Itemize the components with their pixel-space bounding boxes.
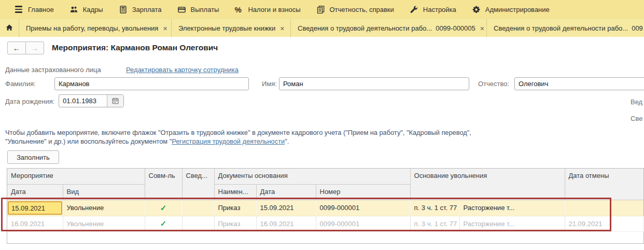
page-title: Мероприятия: Карманов Роман Олегович (52, 43, 218, 52)
column-header-combo[interactable]: Совм-ль (145, 169, 182, 200)
app-window: Главное Кадры Зарплата Выплаты % Налоги … (0, 0, 644, 250)
cell-basis-text[interactable]: Расторжение т... (459, 200, 565, 216)
table-row[interactable]: 16.09.2021 Увольнение ✓ Приказ 16.09.202… (7, 216, 643, 231)
cell-event-date[interactable]: 15.09.2021 (7, 200, 63, 216)
menu-item-label: Главное (28, 6, 54, 13)
firstname-input[interactable] (279, 77, 469, 90)
tab-priemy-na-rabotu[interactable]: Приемы на работу, переводы, увольнения × (19, 19, 172, 37)
menu-item-label: Выплаты (191, 6, 219, 13)
middlename-input[interactable] (514, 77, 644, 90)
tab-doc-number: 009 (632, 24, 643, 32)
birthdate-field (59, 94, 124, 107)
people-icon (69, 5, 78, 14)
column-header-info[interactable]: Свед... (182, 169, 214, 200)
report-icon (316, 5, 325, 14)
table-row[interactable]: 15.09.2021 Увольнение ✓ Приказ 15.09.202… (7, 200, 643, 216)
wrench-icon (410, 5, 418, 14)
tab-svedeniya-1[interactable]: Сведения о трудовой деятельности рабо...… (291, 19, 487, 37)
cell-basis-article[interactable]: п. 3 ч. 1 ст. 77 (410, 216, 459, 231)
menu-item-nalogi[interactable]: % Налоги и взносы (227, 0, 308, 19)
right-cut-label-2: Све (631, 115, 644, 122)
menu-item-label: Настройка (423, 6, 456, 13)
cell-cancel-date[interactable]: 21.09.2021 (565, 216, 643, 231)
menu-item-nastroika[interactable]: Настройка (402, 0, 464, 19)
home-icon (5, 23, 13, 33)
firstname-label: Имя: (262, 80, 277, 88)
birthdate-label: Дата рождения: (5, 98, 54, 105)
cell-event-date[interactable]: 16.09.2021 (7, 216, 63, 231)
tab-elektronnye-trudovye[interactable]: Электронные трудовые книжки × (172, 19, 291, 37)
cell-info[interactable] (182, 200, 214, 216)
menu-item-label: Администрирование (485, 6, 550, 13)
lastname-label: Фамилия: (5, 80, 36, 88)
menu-item-zarplata[interactable]: Зарплата (111, 0, 170, 19)
cell-basis-text[interactable]: Расторжение т... (459, 216, 565, 231)
cell-cancel-date[interactable] (565, 200, 643, 216)
insured-person-section-label: Данные застрахованного лица (5, 66, 101, 74)
tab-label: Сведения о трудовой деятельности рабо... (298, 24, 432, 32)
tab-label: Приемы на работу, переводы, увольнения (26, 24, 158, 32)
column-subheader-event-date[interactable]: Дата (7, 184, 63, 200)
gear-icon (472, 5, 481, 14)
calculator-icon (119, 5, 128, 14)
cell-event-kind[interactable]: Увольнение (63, 200, 145, 216)
menu-item-otchetnost[interactable]: Отчетность, справки (309, 0, 402, 19)
close-icon[interactable]: × (280, 24, 284, 33)
close-icon[interactable]: × (480, 24, 484, 33)
cell-combo[interactable]: ✓ (145, 200, 182, 216)
menu-item-label: Кадры (83, 6, 103, 13)
main-menu: Главное Кадры Зарплата Выплаты % Налоги … (0, 0, 644, 19)
tab-bar: Приемы на работу, переводы, увольнения ×… (0, 19, 644, 37)
menu-item-label: Отчетность, справки (330, 6, 394, 13)
tab-home[interactable] (0, 19, 19, 37)
cell-event-kind[interactable]: Увольнение (63, 216, 145, 231)
birthdate-input[interactable] (59, 95, 107, 107)
middlename-label: Отчество: (478, 80, 509, 88)
fill-button[interactable]: Заполнить (7, 150, 59, 164)
cell-doc-name[interactable]: Приказ (214, 200, 256, 216)
hint-text: Чтобы добавить мероприятие, включите фла… (5, 128, 524, 146)
menu-item-kadry[interactable]: Кадры (62, 0, 111, 19)
column-header-basis-docs[interactable]: Документы основания (214, 169, 410, 184)
hamburger-icon (14, 6, 23, 13)
back-button[interactable]: ← (7, 41, 26, 54)
forward-button[interactable]: → (25, 41, 44, 54)
cell-info[interactable] (182, 216, 214, 231)
menu-item-label: Зарплата (132, 6, 162, 13)
column-header-cancel-date[interactable]: Дата отмены (565, 169, 643, 200)
menu-item-label: Налоги и взносы (248, 6, 300, 13)
column-subheader-doc-number[interactable]: Номер (316, 184, 410, 200)
tab-label: Сведения о трудовой деятельности рабо... (494, 24, 628, 32)
events-table: Мероприятие Совм-ль Свед... Документы ос… (7, 168, 644, 244)
column-subheader-doc-date[interactable]: Дата (256, 184, 316, 200)
column-subheader-doc-name[interactable]: Наимен... (214, 184, 256, 200)
lastname-input[interactable] (54, 77, 249, 90)
close-icon[interactable]: × (163, 24, 167, 33)
column-header-event[interactable]: Мероприятие (7, 169, 145, 184)
tab-label: Электронные трудовые книжки (178, 24, 275, 32)
cell-basis-article[interactable]: п. 3 ч. 1 ст. 77 (410, 200, 459, 216)
register-activity-link[interactable]: Регистрация трудовой деятельности (172, 137, 285, 145)
selected-cell[interactable]: 15.09.2021 (8, 201, 62, 215)
column-subheader-event-kind[interactable]: Вид (63, 184, 145, 200)
percent-icon: % (234, 5, 243, 14)
cell-doc-date[interactable]: 16.09.2021 (256, 216, 316, 231)
tab-doc-number: 0099-000005 (436, 24, 475, 32)
card-icon (177, 5, 186, 14)
column-header-dismissal-basis[interactable]: Основание увольнения (410, 169, 565, 200)
menu-item-administrirovanie[interactable]: Администрирование (464, 0, 557, 19)
calendar-icon (111, 97, 119, 105)
cell-doc-name[interactable]: Приказ (214, 216, 256, 231)
cell-doc-number[interactable]: 0099-000001 (316, 200, 410, 216)
tab-svedeniya-2[interactable]: Сведения о трудовой деятельности рабо...… (487, 19, 644, 37)
cell-doc-date[interactable]: 15.09.2021 (256, 200, 316, 216)
edit-employee-card-link[interactable]: Редактировать карточку сотрудника (126, 66, 239, 74)
menu-item-vyplaty[interactable]: Выплаты (170, 0, 227, 19)
checkmark-icon: ✓ (149, 219, 178, 228)
calendar-button[interactable] (107, 95, 123, 107)
cell-doc-number[interactable]: 0099-000001 (316, 216, 410, 231)
history-nav: ← → (7, 41, 44, 54)
menu-item-glavnoe[interactable]: Главное (6, 0, 62, 19)
cell-combo[interactable]: ✓ (145, 216, 182, 231)
checkmark-icon: ✓ (149, 203, 178, 213)
